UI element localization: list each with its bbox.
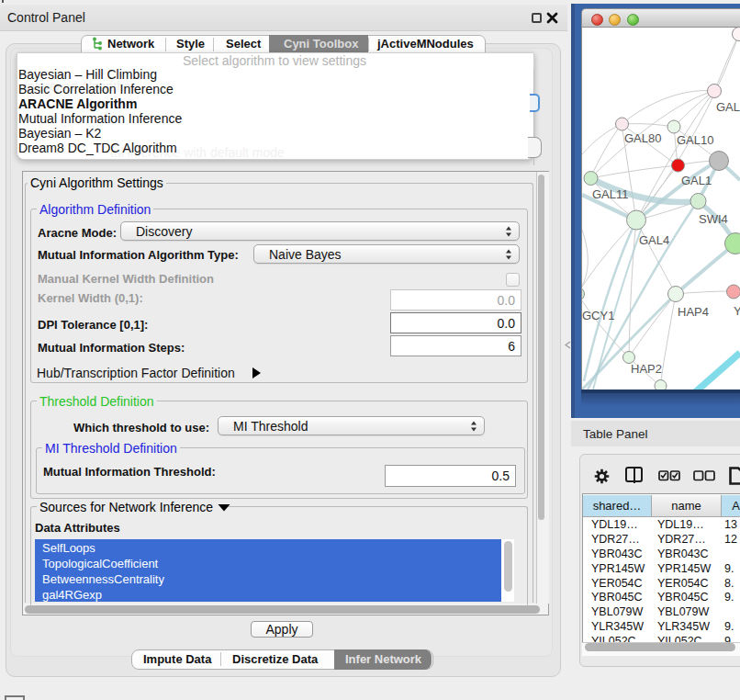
svg-text:GAL80: GAL80 bbox=[624, 131, 661, 145]
svg-text:HAP4: HAP4 bbox=[678, 305, 709, 319]
svg-text:HAP2: HAP2 bbox=[631, 362, 662, 376]
svg-text:GCY1: GCY1 bbox=[582, 309, 614, 322]
svg-text:GAL10: GAL10 bbox=[677, 133, 713, 147]
svg-text:GAL4: GAL4 bbox=[639, 233, 669, 247]
svg-text:GAL1: GAL1 bbox=[681, 174, 712, 187]
svg-text:GAL11: GAL11 bbox=[592, 187, 629, 201]
svg-text:Y: Y bbox=[734, 304, 740, 318]
svg-text:SWI4: SWI4 bbox=[699, 212, 728, 226]
svg-text:GAL: GAL bbox=[716, 100, 740, 114]
